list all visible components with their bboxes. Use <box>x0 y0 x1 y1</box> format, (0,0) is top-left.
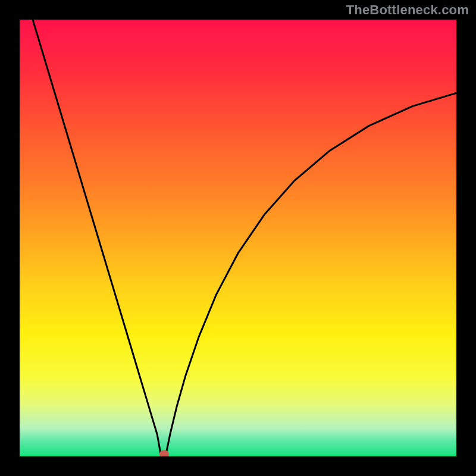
attribution-label: TheBottleneck.com <box>346 2 469 18</box>
bottleneck-chart <box>20 20 456 456</box>
plot-background <box>20 20 456 456</box>
chart-frame: TheBottleneck.com <box>0 0 476 476</box>
